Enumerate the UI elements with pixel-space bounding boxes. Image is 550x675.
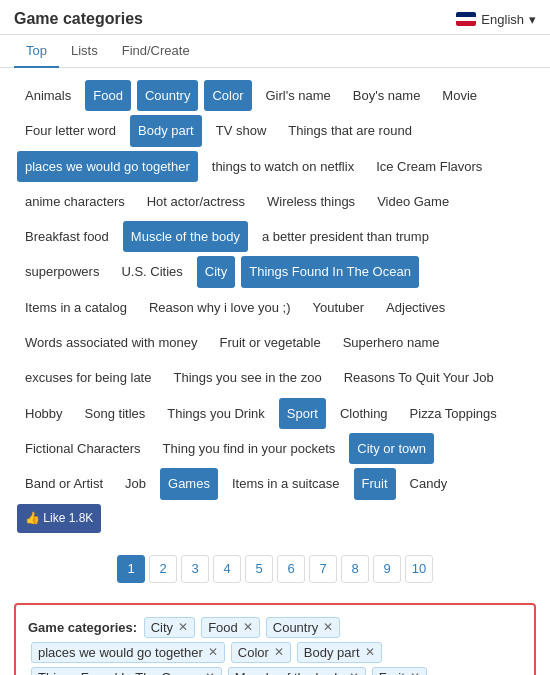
category-tag[interactable]: Food (85, 80, 131, 111)
category-tag[interactable]: Youtuber (305, 292, 373, 323)
category-tag[interactable]: Fictional Characters (17, 433, 149, 464)
selected-label: Game categories: (28, 620, 137, 635)
category-tag[interactable]: places we would go together (17, 151, 198, 182)
category-tag[interactable]: things to watch on netflix (204, 151, 362, 182)
remove-tag-button[interactable]: ✕ (323, 620, 333, 634)
category-tag[interactable]: Movie (434, 80, 485, 111)
category-tag[interactable]: Things you Drink (159, 398, 273, 429)
tab-lists[interactable]: Lists (59, 35, 110, 68)
flag-icon (456, 12, 476, 26)
page-button[interactable]: 7 (309, 555, 337, 583)
selected-tag: Muscle of the body✕ (228, 667, 366, 675)
category-tag[interactable]: Hobby (17, 398, 71, 429)
category-tag[interactable]: Muscle of the body (123, 221, 248, 252)
category-tag[interactable]: City (197, 256, 235, 287)
category-tag[interactable]: Sport (279, 398, 326, 429)
category-tag[interactable]: Song titles (77, 398, 154, 429)
category-tag[interactable]: Fruit (354, 468, 396, 499)
selected-tag: Color✕ (231, 642, 291, 663)
page-button[interactable]: 10 (405, 555, 433, 583)
category-tag[interactable]: Hot actor/actress (139, 186, 253, 217)
category-tag[interactable]: Reason why i love you ;) (141, 292, 299, 323)
category-tag[interactable]: Ice Cream Flavors (368, 151, 490, 182)
remove-tag-button[interactable]: ✕ (349, 670, 359, 675)
category-tag[interactable]: Fruit or vegetable (211, 327, 328, 358)
category-tag[interactable]: Things Found In The Ocean (241, 256, 419, 287)
selected-tag: Body part✕ (297, 642, 382, 663)
category-tag[interactable]: TV show (208, 115, 275, 146)
selected-tag: Country✕ (266, 617, 341, 638)
category-tag[interactable]: Band or Artist (17, 468, 111, 499)
category-tag[interactable]: Four letter word (17, 115, 124, 146)
category-tag[interactable]: Animals (17, 80, 79, 111)
page-button[interactable]: 9 (373, 555, 401, 583)
lang-label: English (481, 12, 524, 27)
page-button[interactable]: 5 (245, 555, 273, 583)
category-tag[interactable]: Pizza Toppings (402, 398, 505, 429)
selected-tag: Things Found In The Ocean✕ (31, 667, 222, 675)
remove-tag-button[interactable]: ✕ (274, 645, 284, 659)
selected-tag: places we would go together✕ (31, 642, 225, 663)
category-tag[interactable]: Things that are round (280, 115, 420, 146)
tabs: Top Lists Find/Create (0, 35, 550, 68)
category-tag[interactable]: a better president than trump (254, 221, 437, 252)
selected-section: Game categories: City✕Food✕Country✕place… (14, 603, 536, 675)
categories-area: AnimalsFoodCountryColorGirl's nameBoy's … (0, 68, 550, 545)
category-tag[interactable]: Reasons To Quit Your Job (336, 362, 502, 393)
category-tag[interactable]: anime characters (17, 186, 133, 217)
category-tag[interactable]: superpowers (17, 256, 107, 287)
tab-find-create[interactable]: Find/Create (110, 35, 202, 68)
lang-selector[interactable]: English ▾ (456, 12, 536, 27)
category-tag[interactable]: Job (117, 468, 154, 499)
page-button[interactable]: 3 (181, 555, 209, 583)
selected-tag: City✕ (144, 617, 195, 638)
category-tag[interactable]: Items in a catalog (17, 292, 135, 323)
category-tag[interactable]: Adjectives (378, 292, 453, 323)
category-tag[interactable]: Candy (402, 468, 456, 499)
lang-dropdown-icon: ▾ (529, 12, 536, 27)
category-tag[interactable]: Video Game (369, 186, 457, 217)
category-tag[interactable]: Games (160, 468, 218, 499)
category-tag[interactable]: Color (204, 80, 251, 111)
selected-tag: Food✕ (201, 617, 260, 638)
category-tag[interactable]: Country (137, 80, 199, 111)
page-button[interactable]: 4 (213, 555, 241, 583)
page-button[interactable]: 6 (277, 555, 305, 583)
page-button[interactable]: 8 (341, 555, 369, 583)
category-tag[interactable]: Things you see in the zoo (165, 362, 329, 393)
like-button[interactable]: 👍 Like 1.8K (17, 504, 101, 533)
header: Game categories English ▾ (0, 0, 550, 35)
category-tag[interactable]: Breakfast food (17, 221, 117, 252)
tab-top[interactable]: Top (14, 35, 59, 68)
category-tag[interactable]: Words associated with money (17, 327, 205, 358)
category-tag[interactable]: Thing you find in your pockets (155, 433, 344, 464)
page-title: Game categories (14, 10, 143, 28)
selected-tag: Fruit✕ (372, 667, 427, 675)
remove-tag-button[interactable]: ✕ (410, 670, 420, 675)
category-tag[interactable]: Wireless things (259, 186, 363, 217)
remove-tag-button[interactable]: ✕ (178, 620, 188, 634)
category-tag[interactable]: excuses for being late (17, 362, 159, 393)
category-tag[interactable]: Clothing (332, 398, 396, 429)
category-tag[interactable]: City or town (349, 433, 434, 464)
category-tag[interactable]: Boy's name (345, 80, 429, 111)
category-tag[interactable]: Girl's name (258, 80, 339, 111)
page-button[interactable]: 2 (149, 555, 177, 583)
category-tag[interactable]: Body part (130, 115, 202, 146)
category-tag[interactable]: Items in a suitcase (224, 468, 348, 499)
category-tag[interactable]: Superhero name (335, 327, 448, 358)
category-tag[interactable]: U.S. Cities (113, 256, 190, 287)
remove-tag-button[interactable]: ✕ (365, 645, 375, 659)
remove-tag-button[interactable]: ✕ (243, 620, 253, 634)
remove-tag-button[interactable]: ✕ (205, 670, 215, 675)
pagination: 12345678910 (0, 545, 550, 597)
page-button[interactable]: 1 (117, 555, 145, 583)
remove-tag-button[interactable]: ✕ (208, 645, 218, 659)
